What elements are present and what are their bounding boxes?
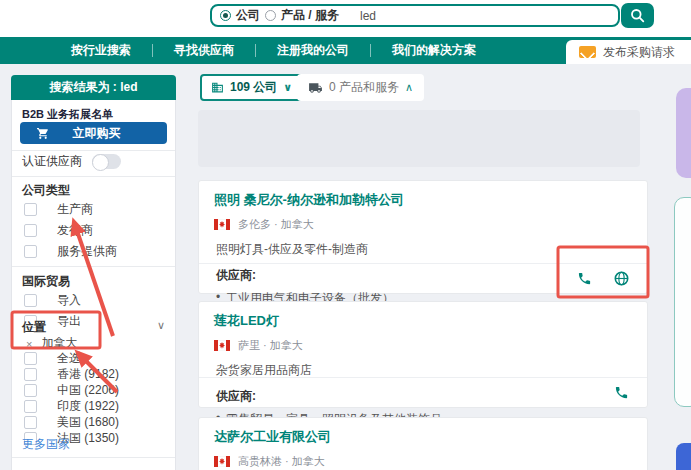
canada-flag-icon <box>214 456 230 467</box>
globe-icon[interactable] <box>614 271 629 286</box>
company-card: 达萨尔工业有限公司 高贵林港 · 加拿大 电灯泡和灯管 <box>198 417 648 470</box>
card-footer <box>199 263 647 293</box>
nav-item-our-solutions[interactable]: 我们的解决方案 <box>371 42 497 59</box>
checkbox[interactable] <box>24 400 37 413</box>
checkbox-row-service-provider[interactable]: 服务提供商 <box>24 243 117 260</box>
product-service-radio-label[interactable]: 产品 / 服务 <box>281 7 339 24</box>
banner-placeholder <box>198 110 640 167</box>
checkbox-row-usa[interactable]: 美国 (1680) <box>24 414 119 431</box>
company-radio[interactable] <box>220 10 231 21</box>
chevron-down-icon: ∨ <box>283 81 292 94</box>
checkbox[interactable] <box>24 352 37 365</box>
canada-flag-icon <box>214 219 230 230</box>
buy-now-label: 立即购买 <box>50 125 143 142</box>
floating-widget-blue[interactable] <box>676 443 691 470</box>
main-navbar: 按行业搜索 寻找供应商 注册我的公司 我们的解决方案 发布采购请求 <box>0 37 691 64</box>
companies-count-label: 109 公司 <box>230 79 277 96</box>
phone-icon[interactable] <box>614 385 629 400</box>
company-radio-label[interactable]: 公司 <box>236 7 260 24</box>
nav-item-register-company[interactable]: 注册我的公司 <box>256 42 370 59</box>
company-name-link[interactable]: 莲花LED灯 <box>214 312 632 330</box>
checkbox[interactable] <box>24 245 37 258</box>
checkbox-label: 生产商 <box>57 201 93 218</box>
remove-tag-icon[interactable]: × <box>26 338 32 350</box>
divider <box>12 150 175 151</box>
checkbox-label: 发行商 <box>57 222 93 239</box>
nav-item-find-suppliers[interactable]: 寻找供应商 <box>153 42 255 59</box>
divider <box>12 176 175 177</box>
top-search-strip: 公司 产品 / 服务 <box>0 0 691 37</box>
checkbox-row-india[interactable]: 印度 (1922) <box>24 398 119 415</box>
search-bar: 公司 产品 / 服务 <box>210 4 620 27</box>
checkbox-row-china[interactable]: 中国 (2206) <box>24 382 119 399</box>
companies-count-button[interactable]: 109 公司 ∨ <box>200 74 303 101</box>
product-service-radio[interactable] <box>265 10 276 21</box>
search-input[interactable] <box>360 9 610 23</box>
checkbox-row-manufacturer[interactable]: 生产商 <box>24 201 93 218</box>
post-sourcing-request-label: 发布采购请求 <box>603 44 675 61</box>
card-footer <box>199 377 647 407</box>
divider <box>12 266 175 267</box>
checkbox[interactable] <box>24 224 37 237</box>
search-result-header: 搜索结果为 : led <box>11 75 176 100</box>
checkbox[interactable] <box>24 368 37 381</box>
cart-icon <box>36 127 50 140</box>
checkbox[interactable] <box>24 294 37 307</box>
nav-item-search-by-industry[interactable]: 按行业搜索 <box>50 42 152 59</box>
checkbox-label: 导入 <box>57 292 81 309</box>
search-icon <box>630 8 645 23</box>
checkbox-row-distributor[interactable]: 发行商 <box>24 222 93 239</box>
checkbox-label: 全选 <box>57 350 81 367</box>
chevron-down-icon[interactable]: ∨ <box>157 319 165 332</box>
checkbox[interactable] <box>24 416 37 429</box>
checkbox-row-hongkong[interactable]: 香港 (9182) <box>24 366 119 383</box>
checkbox-label: 美国 (1680) <box>57 414 119 431</box>
envelope-icon <box>579 46 596 58</box>
buy-now-button[interactable]: 立即购买 <box>20 122 167 144</box>
company-type-title: 公司类型 <box>22 182 70 199</box>
location-title: 位置 <box>22 319 46 336</box>
products-count-button[interactable]: 0 产品和服务 ∧ <box>297 74 424 101</box>
international-trade-title: 国际贸易 <box>22 273 70 290</box>
checkbox-label: 导出 <box>57 313 81 330</box>
search-button[interactable] <box>621 3 654 28</box>
checkbox-label: 中国 (2206) <box>57 382 119 399</box>
checkbox-row-import[interactable]: 导入 <box>24 292 81 309</box>
verified-supplier-label: 认证供应商 <box>22 153 82 170</box>
company-category: 照明灯具-供应及零件-制造商 <box>214 241 632 258</box>
company-location: 多伦多 · 加拿大 <box>238 217 314 232</box>
company-location: 高贵林港 · 加拿大 <box>238 454 325 469</box>
company-name-link[interactable]: 达萨尔工业有限公司 <box>214 428 632 446</box>
floating-widget-purple[interactable] <box>676 88 691 178</box>
checkbox[interactable] <box>24 384 37 397</box>
checkbox[interactable] <box>24 203 37 216</box>
verified-supplier-row: 认证供应商 <box>22 153 121 170</box>
canada-flag-icon <box>214 340 230 351</box>
products-count-label: 0 产品和服务 <box>329 79 399 96</box>
building-icon <box>211 81 224 94</box>
checkbox-row-select-all[interactable]: 全选 <box>24 350 81 367</box>
company-card: 莲花LED灯 萨里 · 加拿大 杂货家居用品商店 供应商: 零售贸易、家具、照明… <box>198 301 648 408</box>
products-icon <box>308 81 323 95</box>
verified-supplier-toggle[interactable] <box>92 154 121 169</box>
filter-sidebar: 搜索结果为 : led B2B 业务拓展名单 立即购买 认证供应商 公司类型 生… <box>11 75 176 470</box>
checkbox-label: 香港 (9182) <box>57 366 119 383</box>
floating-widget-teal[interactable] <box>674 197 691 407</box>
chevron-up-icon: ∧ <box>405 81 413 94</box>
company-name-link[interactable]: 照明 桑尼尔-纳尔逊和加勒特公司 <box>214 191 632 209</box>
post-sourcing-request-tab[interactable]: 发布采购请求 <box>566 40 691 64</box>
b2b-list-title: B2B 业务拓展名单 <box>22 107 113 122</box>
checkbox-label: 印度 (1922) <box>57 398 119 415</box>
checkbox-label: 服务提供商 <box>57 243 117 260</box>
more-countries-link[interactable]: 更多国家 <box>22 436 70 453</box>
company-card: 照明 桑尼尔-纳尔逊和加勒特公司 多伦多 · 加拿大 照明灯具-供应及零件-制造… <box>198 180 648 294</box>
phone-icon[interactable] <box>577 271 592 286</box>
b2b-search-page: 公司 产品 / 服务 按行业搜索 寻找供应商 注册我的公司 我们的解决方案 发布… <box>0 0 691 470</box>
divider <box>12 457 175 458</box>
company-location: 萨里 · 加拿大 <box>238 338 303 353</box>
